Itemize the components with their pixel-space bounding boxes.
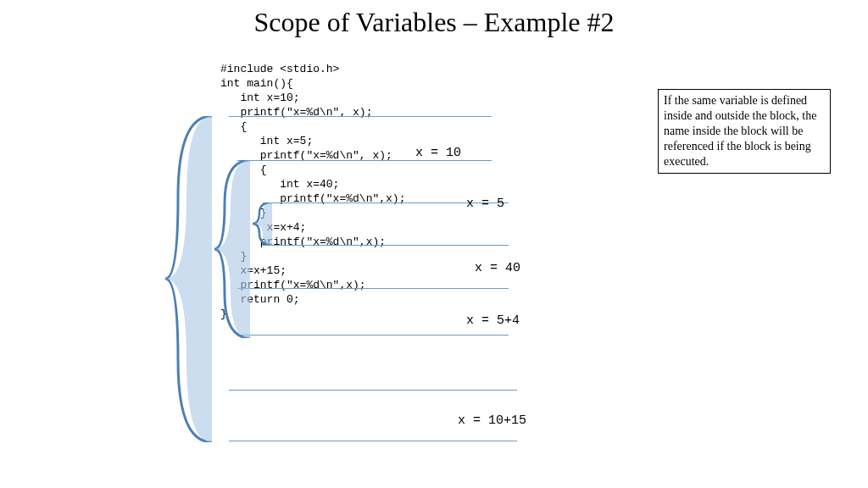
output-5: x = 10+15 bbox=[458, 413, 526, 428]
page-title: Scope of Variables – Example #2 bbox=[0, 7, 868, 38]
hline bbox=[229, 441, 517, 441]
info-box: If the same variable is defined inside a… bbox=[658, 89, 831, 174]
brace-mid bbox=[212, 160, 254, 338]
output-1: x = 10 bbox=[415, 146, 461, 160]
hline bbox=[229, 116, 492, 117]
hline bbox=[237, 160, 492, 161]
output-3: x = 40 bbox=[475, 261, 520, 275]
output-2: x = 5 bbox=[466, 197, 504, 211]
hline bbox=[237, 288, 509, 289]
hline bbox=[229, 390, 517, 391]
hline bbox=[263, 245, 509, 246]
brace-inner bbox=[251, 202, 276, 245]
output-4: x = 5+4 bbox=[466, 313, 520, 328]
hline bbox=[237, 335, 509, 336]
